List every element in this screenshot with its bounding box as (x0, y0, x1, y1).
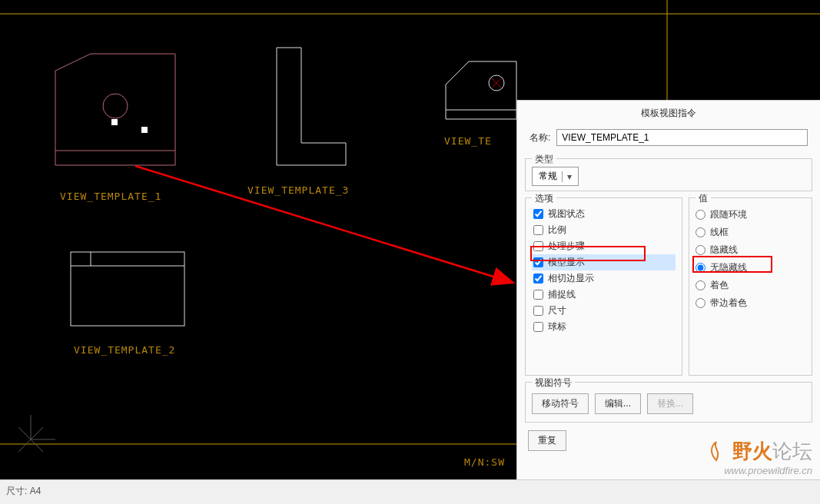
radio-shading[interactable]: 着色 (696, 277, 805, 294)
option-model-display[interactable]: 模型显示 (532, 254, 676, 270)
option-view-state[interactable]: 视图状态 (532, 206, 676, 222)
option-snap-lines[interactable]: 捕捉线 (532, 287, 676, 303)
repeat-button[interactable]: 重复 (528, 430, 566, 451)
name-field-label: 名称: (530, 131, 550, 144)
view-label-te[interactable]: VIEW_TE (444, 135, 492, 147)
view-label-1[interactable]: VIEW_TEMPLATE_1 (60, 191, 161, 202)
type-group-legend: 类型 (532, 153, 556, 166)
type-select-value: 常规 (539, 170, 557, 183)
view-label-3[interactable]: VIEW_TEMPLATE_3 (247, 184, 349, 196)
svg-point-4 (103, 94, 128, 118)
mn-label: M/N:SW (464, 456, 505, 468)
move-symbol-button[interactable]: 移动符号 (532, 393, 589, 414)
radio-no-hidden-input[interactable] (696, 263, 705, 273)
view-label-2[interactable]: VIEW_TEMPLATE_2 (74, 344, 175, 356)
radio-no-hidden[interactable]: 无隐藏线 (696, 259, 805, 277)
option-model-display-checkbox[interactable] (533, 257, 543, 267)
type-select[interactable]: 常规 ▾ (532, 167, 579, 186)
dialog-title: 模板视图指令 (517, 101, 820, 126)
status-bar: 尺寸: A4 (0, 479, 820, 504)
option-tangent-edge-display-checkbox[interactable] (533, 274, 543, 284)
radio-wireframe-input[interactable] (696, 227, 705, 237)
svg-rect-5 (111, 119, 118, 125)
options-list[interactable]: 视图状态 比例 处理步骤 模型显示 相切边显示 (532, 206, 676, 370)
radio-wireframe[interactable]: 线框 (696, 224, 805, 241)
svg-rect-6 (141, 127, 148, 133)
option-process-steps-checkbox[interactable] (533, 241, 543, 251)
value-radio-group: 跟随环境 线框 隐藏线 无隐藏线 着色 (696, 206, 805, 312)
option-tangent-edge-display[interactable]: 相切边显示 (532, 270, 676, 287)
option-scale[interactable]: 比例 (532, 222, 676, 238)
edit-button[interactable]: 编辑... (595, 393, 641, 414)
option-dimensions-checkbox[interactable] (533, 306, 543, 316)
option-snap-lines-checkbox[interactable] (533, 290, 543, 300)
chevron-down-icon: ▾ (562, 171, 572, 182)
svg-rect-7 (71, 252, 184, 326)
template-view-instruction-dialog: 模板视图指令 名称: 类型 常规 ▾ 选项 视图状态 比例 (516, 100, 820, 504)
options-group-legend: 选项 (532, 192, 556, 205)
name-input[interactable] (556, 129, 808, 146)
radio-follow-env[interactable]: 跟随环境 (696, 206, 805, 224)
option-view-state-checkbox[interactable] (533, 209, 543, 219)
radio-hidden-line[interactable]: 隐藏线 (696, 241, 805, 259)
option-balloons[interactable]: 球标 (532, 319, 676, 335)
radio-shading-input[interactable] (696, 280, 705, 290)
option-process-steps[interactable]: 处理步骤 (532, 238, 676, 254)
sheet-size-label: 尺寸: A4 (6, 486, 41, 496)
replace-button: 替换... (647, 393, 693, 414)
radio-shading-edges-input[interactable] (696, 298, 705, 308)
radio-hidden-line-input[interactable] (696, 245, 705, 255)
option-dimensions[interactable]: 尺寸 (532, 303, 676, 319)
radio-shading-edges[interactable]: 带边着色 (696, 294, 805, 312)
symbol-group-legend: 视图符号 (532, 376, 575, 390)
option-scale-checkbox[interactable] (533, 225, 543, 235)
value-group-legend: 值 (696, 192, 711, 205)
radio-follow-env-input[interactable] (696, 210, 705, 220)
option-balloons-checkbox[interactable] (533, 322, 543, 332)
